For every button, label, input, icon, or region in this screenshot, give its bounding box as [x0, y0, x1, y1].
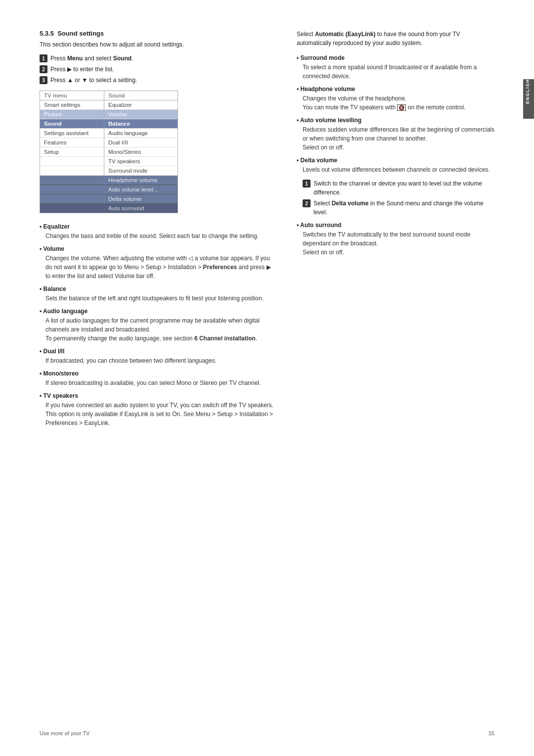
left-column: 5.3.5 Sound settings This section descri… — [40, 30, 277, 432]
section-title: 5.3.5 Sound settings — [40, 30, 277, 37]
menu-row-dark: Auto volume level... — [40, 185, 178, 194]
menu-row: Picture Volume — [40, 110, 178, 119]
menu-row: TV speakers — [40, 157, 178, 166]
section-intro: This section describes how to adjust all… — [40, 40, 277, 49]
bullet-headphone-volume: Headphone volume Changes the volume of t… — [297, 86, 494, 112]
footer-right: 15 — [489, 730, 494, 736]
bullet-balance: Balance Sets the balance of the left and… — [40, 285, 277, 303]
bullet-auto-surround: Auto surround Switches the TV automatica… — [297, 222, 494, 257]
delta-volume-steps: 1 Switch to the channel or device you wa… — [303, 179, 494, 217]
bullet-delta-volume: Delta volume Levels out volume differenc… — [297, 157, 494, 174]
menu-row: Setup Mono/Stereo — [40, 147, 178, 157]
menu-row: Smart settings Equalizer — [40, 100, 178, 110]
delta-step-2: 2 Select Delta volume in the Sound menu … — [303, 199, 494, 217]
bullet-mono-stereo: Mono/stereo If stereo broadcasting is av… — [40, 370, 277, 387]
bullet-equalizer: Equalizer Changes the bass and treble of… — [40, 223, 277, 240]
menu-row: Surround mode — [40, 166, 178, 176]
tv-menu-table: TV menu Sound Smart settings Equalizer P… — [40, 91, 178, 213]
page-container: ENGLISH 5.3.5 Sound settings This sectio… — [0, 0, 534, 756]
page-footer: Use more of your TV 15 — [40, 730, 494, 736]
language-tab: ENGLISH — [523, 79, 534, 119]
menu-row: Features Dual I/II — [40, 138, 178, 147]
menu-row: Settings assistant Audio language — [40, 129, 178, 138]
menu-row-darker: Auto surround — [40, 204, 178, 213]
menu-row-dark: Delta volume — [40, 194, 178, 204]
menu-row-dark: Headphone volume — [40, 176, 178, 185]
bullet-tv-speakers: TV speakers If you have connected an aud… — [40, 392, 277, 427]
right-column: Select Automatic (EasyLink) to have the … — [297, 30, 494, 432]
step-1: 1 Press Menu and select Sound. — [40, 54, 277, 63]
bullet-audio-language: Audio language A list of audio languages… — [40, 308, 277, 343]
menu-row-highlighted: Sound Balance — [40, 119, 178, 129]
main-content: 5.3.5 Sound settings This section descri… — [40, 30, 494, 432]
easylink-intro: Select Automatic (EasyLink) to have the … — [297, 30, 494, 47]
step-2: 2 Press ▶ to enter the list. — [40, 65, 277, 74]
bullet-volume: Volume Changes the volume. When adjustin… — [40, 245, 277, 281]
bullet-dual: Dual I/II If broadcasted, you can choose… — [40, 348, 277, 365]
bullet-auto-volume-levelling: Auto volume levelling Reduces sudden vol… — [297, 117, 494, 152]
bullet-surround-mode: Surround mode To select a more spatial s… — [297, 54, 494, 81]
menu-col-left-header: TV menu — [40, 91, 104, 100]
step-list: 1 Press Menu and select Sound. 2 Press ▶… — [40, 54, 277, 85]
step-3: 3 Press ▲ or ▼ to select a setting. — [40, 76, 277, 85]
delta-step-1: 1 Switch to the channel or device you wa… — [303, 179, 494, 197]
footer-left: Use more of your TV — [40, 730, 89, 736]
menu-col-right-header: Sound — [104, 91, 178, 100]
